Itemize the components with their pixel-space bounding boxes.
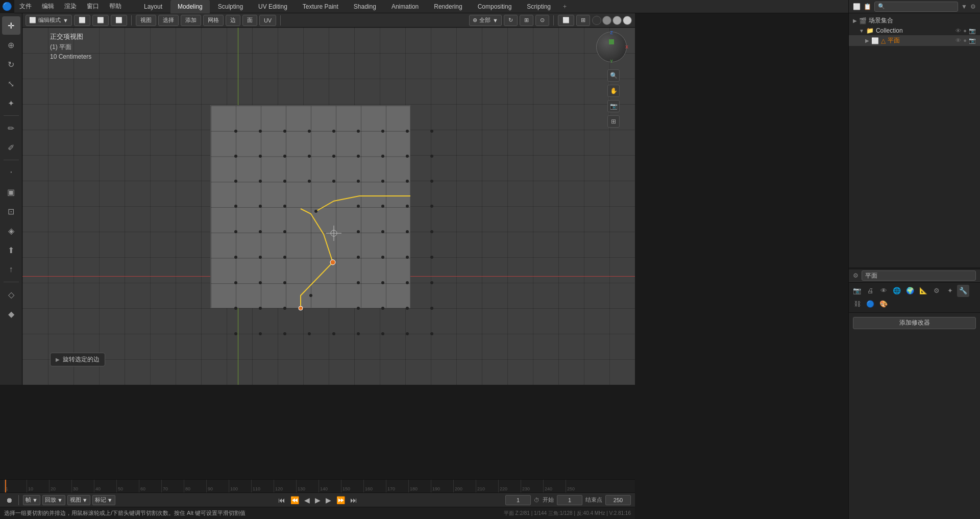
- move-tool[interactable]: ⊕: [2, 36, 20, 54]
- snap-btn[interactable]: ⊞: [520, 15, 533, 26]
- bisect-tool[interactable]: ◆: [2, 305, 20, 323]
- proportional-btn[interactable]: ⊙: [535, 15, 549, 26]
- next-frame-btn[interactable]: ▶: [324, 496, 333, 504]
- current-frame-field[interactable]: 1: [505, 495, 531, 505]
- obj-action-camera[interactable]: 📷: [969, 37, 976, 44]
- outliner-search[interactable]: 🔍: [874, 2, 958, 12]
- prev-keyframe-btn[interactable]: ⏪: [289, 496, 301, 504]
- rotate-tool[interactable]: ↻: [2, 55, 20, 73]
- select-all-dropdown[interactable]: ⊕ 全部 ▼: [469, 15, 502, 26]
- edit-mode-dropdown[interactable]: ⬜ 编辑模式 ▼: [26, 15, 72, 26]
- prop-tab-modifier[interactable]: ⚙: [930, 285, 943, 297]
- jump-start-btn[interactable]: ⏮: [277, 496, 287, 504]
- add-workspace-button[interactable]: +: [559, 0, 571, 13]
- tab-rendering[interactable]: Rendering: [427, 0, 469, 13]
- display-vert-btn[interactable]: ⬜: [74, 15, 90, 26]
- tab-scripting[interactable]: Scripting: [520, 0, 558, 13]
- markers-dropdown[interactable]: 标记 ▼: [92, 495, 115, 505]
- wire-shading-btn[interactable]: [592, 16, 601, 25]
- prop-tab-material[interactable]: 🎨: [877, 298, 890, 310]
- playback-dropdown[interactable]: 回放 ▼: [42, 495, 65, 505]
- prop-tab-world[interactable]: 🌍: [904, 285, 916, 297]
- tab-shading[interactable]: Shading: [347, 0, 383, 13]
- timeline-scrubber-area[interactable]: 1 10 20 30 40 50 60 70 80 90 100 110 120…: [0, 479, 635, 492]
- add-modifier-button[interactable]: 添加修改器: [853, 317, 976, 329]
- end-frame-field[interactable]: 250: [605, 495, 631, 505]
- display-face-btn[interactable]: ⬜: [111, 15, 127, 26]
- obj-action-eye[interactable]: 👁: [955, 37, 961, 44]
- view-menu-btn[interactable]: 视图: [136, 15, 156, 26]
- offset-tool[interactable]: ▣: [2, 183, 20, 201]
- uv-menu-btn[interactable]: UV: [259, 15, 276, 26]
- tab-modeling[interactable]: Modeling: [170, 0, 210, 13]
- prop-tab-scene[interactable]: 🌐: [891, 285, 903, 297]
- filter-btn[interactable]: ▼: [961, 3, 967, 10]
- prop-tab-object[interactable]: 📐: [917, 285, 929, 297]
- gizmo-circle[interactable]: X Y Z: [596, 32, 627, 62]
- col-action-dot[interactable]: ●: [963, 28, 967, 34]
- tab-layout[interactable]: Layout: [137, 0, 169, 13]
- add-menu-btn[interactable]: 添加: [181, 15, 201, 26]
- menu-edit[interactable]: 编辑: [37, 0, 59, 13]
- menu-window[interactable]: 窗口: [82, 0, 104, 13]
- material-shading-btn[interactable]: [612, 16, 622, 25]
- tab-uv-editing[interactable]: UV Editing: [251, 0, 295, 13]
- prop-tab-particles[interactable]: ✦: [944, 285, 956, 297]
- mesh-menu-btn[interactable]: 网格: [203, 15, 224, 26]
- play-btn[interactable]: ▶: [313, 496, 322, 504]
- jump-end-btn[interactable]: ⏭: [349, 496, 359, 504]
- transform-tool[interactable]: ✦: [2, 94, 20, 112]
- edge-menu-btn[interactable]: 边: [226, 15, 240, 26]
- pivot-btn[interactable]: ↻: [504, 15, 518, 26]
- col-action-eye[interactable]: 👁: [955, 28, 961, 34]
- loop-cut-tool[interactable]: ⬝: [2, 163, 20, 182]
- start-frame-field[interactable]: 1: [557, 495, 582, 505]
- prop-tab-view[interactable]: 👁: [877, 285, 890, 297]
- grid-btn[interactable]: ⊞: [607, 115, 620, 128]
- prev-frame-btn[interactable]: ◀: [303, 496, 311, 504]
- tab-sculpting[interactable]: Sculpting: [211, 0, 250, 13]
- collection-row[interactable]: ▼ 📁 Collection 👁 ● 📷: [849, 26, 980, 35]
- object-name-field[interactable]: 平面: [862, 270, 976, 281]
- next-keyframe-btn[interactable]: ⏩: [335, 496, 347, 504]
- menu-render[interactable]: 渲染: [59, 0, 82, 13]
- col-action-camera[interactable]: 📷: [969, 28, 976, 34]
- prop-tab-output[interactable]: 🖨: [864, 285, 876, 297]
- prop-tab-constraints[interactable]: ⛓: [851, 298, 863, 310]
- prop-tab-data[interactable]: 🔵: [864, 298, 876, 310]
- select-menu-btn[interactable]: 选择: [158, 15, 179, 26]
- tab-texture-paint[interactable]: Texture Paint: [296, 0, 346, 13]
- pan-btn[interactable]: ✋: [607, 85, 620, 97]
- knife-tool[interactable]: ◇: [2, 285, 20, 304]
- extrude-tool[interactable]: ⬆: [2, 241, 20, 259]
- obj-action-dot[interactable]: ●: [963, 37, 967, 44]
- main-3d-viewport[interactable]: 正交项视图 (1) 平面 10 Centimeters X Y Z 🔍 ✋ 📷 …: [22, 28, 635, 385]
- face-menu-btn[interactable]: 面: [242, 15, 257, 26]
- tab-animation[interactable]: Animation: [384, 0, 426, 13]
- xray-btn[interactable]: ⊞: [576, 15, 590, 26]
- object-row[interactable]: ▶ ⬜ △ 平面 👁 ● 📷: [849, 35, 980, 46]
- inset-tool[interactable]: ⊡: [2, 202, 20, 220]
- zoom-to-fit-btn[interactable]: 🔍: [607, 69, 620, 82]
- annotate-tool[interactable]: ✏: [2, 119, 20, 137]
- extrude2-tool[interactable]: ↑: [2, 260, 20, 279]
- tab-compositing[interactable]: Compositing: [471, 0, 519, 13]
- solid-shading-btn[interactable]: [602, 16, 611, 25]
- menu-file[interactable]: 文件: [14, 0, 37, 13]
- render-shading-btn[interactable]: [623, 16, 632, 25]
- prop-tab-physics[interactable]: 🔧: [957, 285, 969, 297]
- annotate2-tool[interactable]: ✐: [2, 138, 20, 157]
- camera-btn[interactable]: 📷: [607, 100, 620, 112]
- scale-tool[interactable]: ⤡: [2, 75, 20, 93]
- gizmo-widget[interactable]: X Y Z: [596, 32, 631, 66]
- display-edge-btn[interactable]: ⬜: [92, 15, 109, 26]
- overlay-btn[interactable]: ⬜: [558, 15, 574, 26]
- operator-panel[interactable]: ▶ 旋转选定的边: [50, 353, 105, 366]
- prop-tab-render[interactable]: 📷: [851, 285, 863, 297]
- cursor-tool[interactable]: ✛: [2, 16, 20, 35]
- filter-btn2[interactable]: ⚙: [970, 3, 976, 10]
- bevel-tool[interactable]: ◈: [2, 221, 20, 240]
- frame-type-dropdown[interactable]: 帧 ▼: [23, 495, 40, 505]
- menu-help[interactable]: 帮助: [104, 0, 127, 13]
- record-btn[interactable]: ⏺: [4, 496, 14, 504]
